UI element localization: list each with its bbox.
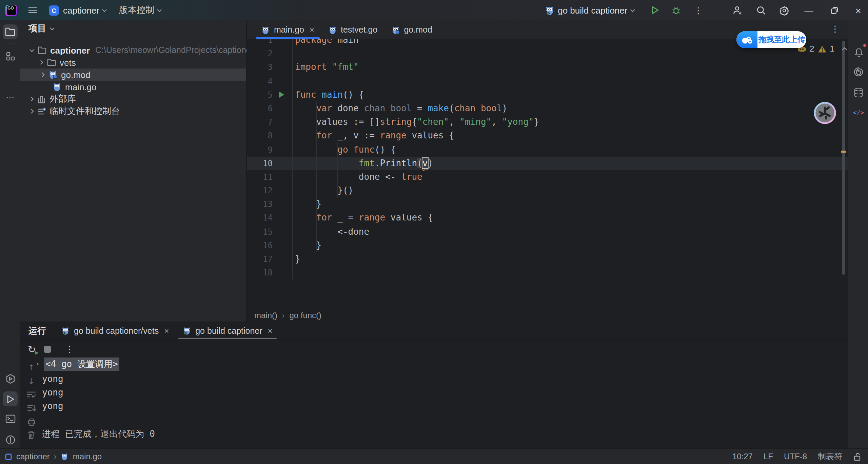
tab-testvet-go[interactable]: testvet.go: [321, 20, 384, 39]
code-line[interactable]: 7 values := []string{"chen", "ming", "yo…: [247, 115, 848, 129]
console-output[interactable]: › <4 go 设置调用> yong yong yong 进程 已完成，退出代码…: [42, 358, 848, 449]
run-tab-captioner-vets[interactable]: go build captioner/vets ×: [54, 322, 176, 339]
tree-item-scratches[interactable]: 临时文件和控制台: [20, 105, 246, 117]
code-text[interactable]: <-done: [292, 225, 848, 238]
more-actions-kebab-icon[interactable]: ⋮: [694, 6, 703, 15]
run-configuration-selector[interactable]: go build captioner: [544, 5, 635, 15]
status-file-name[interactable]: main.go: [73, 452, 102, 461]
code-line[interactable]: 3import "fmt": [247, 61, 848, 74]
code-text[interactable]: }: [292, 252, 848, 266]
run-gutter-play-icon[interactable]: [273, 88, 292, 102]
minimize-window-button[interactable]: —: [804, 5, 813, 15]
terminal-tool-button[interactable]: [3, 411, 18, 426]
tree-item-vets[interactable]: vets: [20, 56, 246, 69]
console[interactable]: ↑ ↓: [20, 358, 848, 449]
unlock-icon[interactable]: [853, 452, 861, 461]
indent-style-widget[interactable]: 制表符: [818, 451, 842, 462]
tree-item-go-mod[interactable]: go.mod: [20, 69, 246, 81]
project-avatar[interactable]: C: [49, 5, 59, 15]
expand-command-chevron-icon[interactable]: ›: [35, 357, 42, 371]
breadcrumb-main[interactable]: main(): [254, 311, 277, 320]
tab-go-mod[interactable]: go.mod: [384, 20, 439, 39]
vcs-menu-button[interactable]: 版本控制: [119, 4, 154, 16]
chevron-collapsed-icon[interactable]: [28, 96, 35, 102]
text-caret[interactable]: v: [422, 158, 428, 168]
print-icon[interactable]: [27, 417, 36, 426]
rerun-button[interactable]: ↻▶: [26, 344, 37, 354]
chevron-collapsed-icon[interactable]: [39, 72, 46, 77]
code-line[interactable]: 8 for _, v := range values {: [247, 129, 848, 143]
tree-item-external-libraries[interactable]: 外部库: [20, 93, 246, 105]
code-line[interactable]: 5func main() {: [247, 88, 848, 102]
editor-scrollbar[interactable]: [842, 41, 845, 275]
cursor-position-widget[interactable]: 10:27: [732, 452, 753, 461]
stop-button[interactable]: [44, 346, 51, 352]
restore-window-button[interactable]: [831, 6, 838, 14]
code-line[interactable]: 13 }: [247, 198, 848, 211]
close-tab-icon[interactable]: ×: [164, 326, 169, 335]
line-separator-widget[interactable]: LF: [764, 452, 773, 461]
prev-problem-chevron-up-icon[interactable]: [842, 47, 848, 51]
chevron-collapsed-icon[interactable]: [28, 109, 35, 114]
code-text[interactable]: fmt.Println(v): [292, 156, 848, 170]
code-text[interactable]: done <- true: [292, 170, 848, 184]
debug-button[interactable]: [671, 5, 681, 15]
more-tool-windows-icon[interactable]: ⋯: [3, 90, 18, 104]
database-tool-button[interactable]: [851, 85, 866, 100]
soft-wrap-icon[interactable]: [26, 390, 36, 399]
down-arrow-icon[interactable]: ↓: [28, 376, 35, 385]
code-line[interactable]: 6 var done chan bool = make(chan bool): [247, 102, 848, 115]
ai-assistant-button[interactable]: [851, 64, 866, 79]
project-tool-button[interactable]: [3, 24, 18, 39]
settings-gear-icon[interactable]: [779, 5, 789, 15]
problems-tool-button[interactable]: [3, 432, 18, 447]
code-text[interactable]: values := []string{"chen", "ming", "yong…: [292, 115, 848, 129]
console-options-kebab-icon[interactable]: ⋮: [65, 345, 74, 353]
tab-options-kebab-icon[interactable]: ⋮: [831, 24, 840, 33]
run-tool-button[interactable]: [3, 391, 18, 406]
project-name-button[interactable]: captioner: [63, 5, 99, 15]
structure-tool-button[interactable]: [3, 49, 18, 64]
code-text[interactable]: for _, v := range values {: [292, 129, 848, 143]
code-line[interactable]: 2: [247, 47, 848, 60]
tab-main-go[interactable]: main.go ×: [254, 20, 321, 39]
code-text[interactable]: [292, 266, 848, 279]
add-user-button[interactable]: [732, 5, 743, 15]
code-line[interactable]: 16 }: [247, 239, 848, 252]
code-text[interactable]: var done chan bool = make(chan bool): [292, 102, 848, 115]
chevron-expanded-icon[interactable]: [28, 49, 35, 52]
encoding-widget[interactable]: UTF-8: [784, 452, 807, 461]
code-line[interactable]: 14 for _ = range values {: [247, 211, 848, 225]
netdisk-upload-overlay[interactable]: 拖拽至此上传: [736, 31, 806, 48]
warning-stripe-mark[interactable]: [841, 151, 846, 153]
up-arrow-icon[interactable]: ↑: [28, 363, 35, 372]
code-text[interactable]: go func() {: [292, 143, 848, 156]
notifications-bell-button[interactable]: [851, 45, 866, 60]
code-text[interactable]: [292, 74, 848, 88]
tree-item-main-go[interactable]: main.go: [20, 81, 246, 93]
code-with-me-button[interactable]: </>: [851, 105, 866, 120]
code-text[interactable]: for _ = range values {: [292, 211, 848, 225]
console-command-text[interactable]: <4 go 设置调用>: [44, 357, 119, 371]
close-tab-icon[interactable]: ×: [310, 25, 314, 35]
floating-assistant-badge[interactable]: [814, 102, 836, 124]
code-text[interactable]: }: [292, 239, 848, 252]
code-line[interactable]: 17}: [247, 252, 848, 266]
console-command-row[interactable]: › <4 go 设置调用>: [42, 358, 848, 370]
code-editor[interactable]: 1package main23import "fmt"45func main()…: [247, 39, 848, 309]
code-line[interactable]: 15 <-done: [247, 225, 848, 238]
breadcrumb-go-func[interactable]: go func(): [289, 311, 321, 320]
code-text[interactable]: }: [292, 198, 848, 211]
code-line[interactable]: 4: [247, 74, 848, 88]
close-tab-icon[interactable]: ×: [268, 326, 273, 335]
code-text[interactable]: }(): [292, 184, 848, 197]
main-menu-icon[interactable]: [28, 7, 37, 13]
code-text[interactable]: func main() {: [292, 88, 848, 102]
code-text[interactable]: [292, 47, 848, 60]
code-text[interactable]: import "fmt": [292, 61, 848, 74]
close-window-button[interactable]: ×: [855, 4, 861, 16]
search-everywhere-icon[interactable]: [756, 5, 766, 15]
code-line[interactable]: 18: [247, 266, 848, 279]
chevron-collapsed-icon[interactable]: [38, 60, 45, 65]
tree-item-captioner[interactable]: captioner C:\Users\meowr\GolandProjects\…: [20, 44, 246, 56]
